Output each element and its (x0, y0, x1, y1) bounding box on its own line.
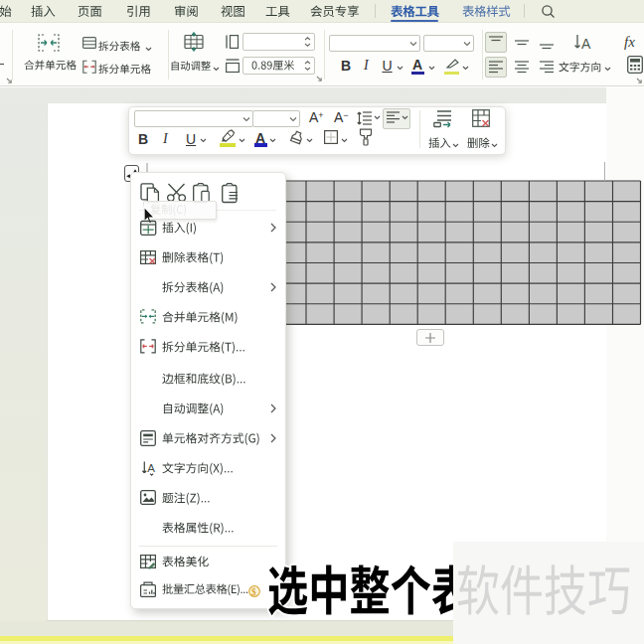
svg-text:A: A (147, 462, 155, 474)
svg-text:$: $ (251, 587, 256, 597)
svg-text:A: A (581, 36, 591, 52)
